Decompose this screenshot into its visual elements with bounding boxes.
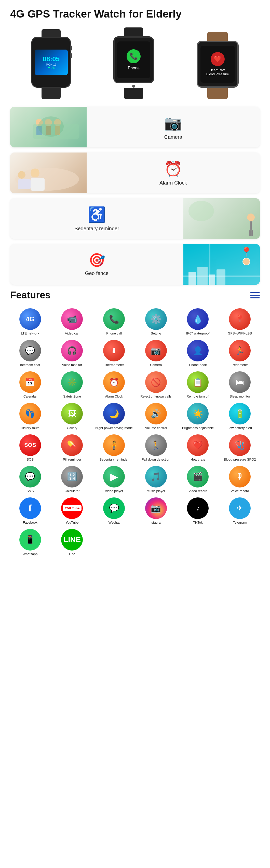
feature-line[interactable]: LINE Line [52,529,92,556]
feature-sleep-monitor[interactable]: 🛏 Sleep monitor [220,371,260,399]
music-player-icon: 🎵 [145,466,167,488]
feature-sos[interactable]: SOS SOS [10,434,50,462]
watch1-time: 08:05 [43,55,60,63]
tiktok-icon: ♪ [187,497,209,519]
geo-label: Geo fence [85,271,109,276]
feature-lte[interactable]: 4G LTE network [10,308,50,336]
phone-call-label: Phone call [106,332,122,336]
phonebook-icon: 👤 [187,340,209,362]
feature-gps[interactable]: 📍 GPS+WIFI+LBS [220,308,260,336]
youtube-icon: YouTube [61,497,83,519]
hamburger-menu[interactable] [250,292,260,299]
feature-intercom[interactable]: 💬 Intercom chat [10,340,50,367]
video-player-icon: ▶ [103,466,125,488]
feature-gallery[interactable]: 🖼 Gallery [52,403,92,430]
camera2-label: Camera [150,363,162,367]
instagram-icon: 📷 [145,497,167,519]
night-power-label: Night power saving mode [95,426,133,430]
feature-volume-control[interactable]: 🔊 Volume control [136,403,176,430]
youtube-label: YouTube [65,521,78,525]
feature-voice-record[interactable]: 🎙 Voice record [220,466,260,493]
feature-heart-rate[interactable]: ❤️ Heart rate [178,434,218,462]
feature-sedentary2[interactable]: 🧍 Sedentary reminder [94,434,134,462]
pedometer-label: Pedometer [232,363,248,367]
whatsapp-icon: 📱 [19,529,41,551]
feature-reject-calls[interactable]: 🚫 Reject unknown calls [136,371,176,399]
feature-phonebook[interactable]: 👤 Phone book [178,340,218,367]
camera-photo [10,107,87,148]
blood-pressure-label: Blood pressure SPO2 [224,458,256,462]
feature-fall-detection[interactable]: 🚶 Fall down detection [136,434,176,462]
watch-heartrate: ❤️ Heart RateBlood Pressure [197,32,239,99]
video-player-label: Video player [105,489,123,493]
feature-night-power[interactable]: 🌙 Night power saving mode [94,403,134,430]
fall-detection-label: Fall down detection [142,458,170,462]
facebook-icon: f [19,497,41,519]
setting-label: Setting [151,332,161,336]
line-icon: LINE [61,529,83,551]
feature-remote-off[interactable]: 📋 Remote turn off [178,371,218,399]
features-title: Features [10,290,50,301]
video-record-icon: 🎬 [187,466,209,488]
low-battery-icon: 🔋 [229,403,251,425]
video-call-icon: 📹 [61,308,83,330]
sedentary-icon-symbol: ♿ [88,206,106,223]
alarm-photo [10,153,87,193]
feature-instagram[interactable]: 📷 Instagram [136,497,176,525]
feature-card-geo: 📍 🎯 Geo fence [10,244,260,285]
sos-icon: SOS [19,434,41,456]
feature-pill[interactable]: 💊 Pill reminder [52,434,92,462]
feature-youtube[interactable]: YouTube YouTube [52,497,92,525]
watch2-label: Phone [128,66,140,70]
blood-pressure-icon: 🩺 [229,434,251,456]
feature-thermometer[interactable]: 🌡 Thermometer [94,340,134,367]
feature-video-player[interactable]: ▶ Video player [94,466,134,493]
watches-showcase: 08:05 MON 12 ❤ 78 📞 Phone [10,28,260,99]
feature-video-call[interactable]: 📹 Video call [52,308,92,336]
setting-icon: ⚙️ [145,308,167,330]
facebook-label: Facebook [23,521,37,525]
brightness-label: Brightness adjustable [182,426,214,430]
phone-icon: 📞 [127,49,141,63]
feature-facebook[interactable]: f Facebook [10,497,50,525]
feature-history-route[interactable]: 👣 History route [10,403,50,430]
brightness-icon: ☀️ [187,403,209,425]
feature-telegram[interactable]: ✈ Telegram [220,497,260,525]
pill-label: Pill reminder [63,458,81,462]
sedentary2-icon: 🧍 [103,434,125,456]
gallery-icon: 🖼 [61,403,83,425]
telegram-label: Telegram [233,521,247,525]
line-label: Line [69,552,75,556]
feature-safety-zone[interactable]: ✳️ Safety Zone [52,371,92,399]
thermometer-label: Thermometer [104,363,124,367]
feature-music-player[interactable]: 🎵 Music player [136,466,176,493]
alarm-clock2-label: Alarm Clock [105,395,123,399]
feature-calendar[interactable]: 📅 Calendar [10,371,50,399]
features-grid: 4G LTE network 📹 Video call 📞 Phone call… [10,308,260,556]
feature-low-battery[interactable]: 🔋 Low battery alert [220,403,260,430]
intercom-icon: 💬 [19,340,41,362]
voice-monitor-label: Voice monitor [62,363,82,367]
feature-whatsapp[interactable]: 📱 Whatsapp [10,529,50,556]
remote-off-icon: 📋 [187,371,209,393]
hamburger-line-1 [250,292,260,293]
feature-brightness[interactable]: ☀️ Brightness adjustable [178,403,218,430]
feature-camera2[interactable]: 📷 Camera [136,340,176,367]
calendar-icon: 📅 [19,371,41,393]
feature-wechat[interactable]: 💬 Wechat [94,497,134,525]
feature-pedometer[interactable]: 🏃 Pedometer [220,340,260,367]
feature-sms[interactable]: 💬 SMS [10,466,50,493]
feature-setting[interactable]: ⚙️ Setting [136,308,176,336]
feature-tiktok[interactable]: ♪ TikTok [178,497,218,525]
sleep-monitor-label: Sleep monitor [230,395,250,399]
feature-phone-call[interactable]: 📞 Phone call [94,308,134,336]
feature-alarm-clock2[interactable]: ⏰ Alarm Clock [94,371,134,399]
feature-ip67[interactable]: 💧 IP67 waterproof [178,308,218,336]
reject-calls-label: Reject unknown calls [140,395,171,399]
phone-call-icon: 📞 [103,308,125,330]
feature-blood-pressure[interactable]: 🩺 Blood pressure SPO2 [220,434,260,462]
feature-calculator[interactable]: 🔢 Calculator [52,466,92,493]
feature-voice-monitor[interactable]: 🎧 Voice monitor [52,340,92,367]
feature-video-record[interactable]: 🎬 Video record [178,466,218,493]
camera-icon-area: 📷 Camera [87,114,260,140]
